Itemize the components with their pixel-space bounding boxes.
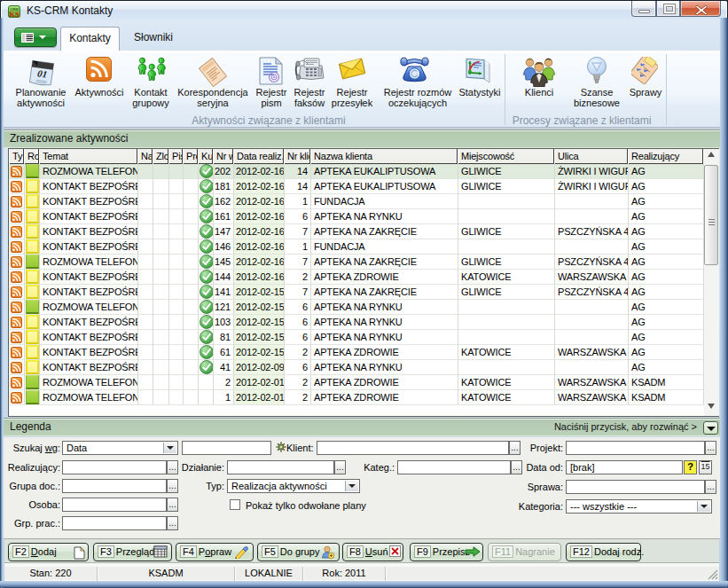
svg-text:KS: KS bbox=[9, 10, 20, 19]
svg-text:01: 01 bbox=[37, 67, 49, 79]
